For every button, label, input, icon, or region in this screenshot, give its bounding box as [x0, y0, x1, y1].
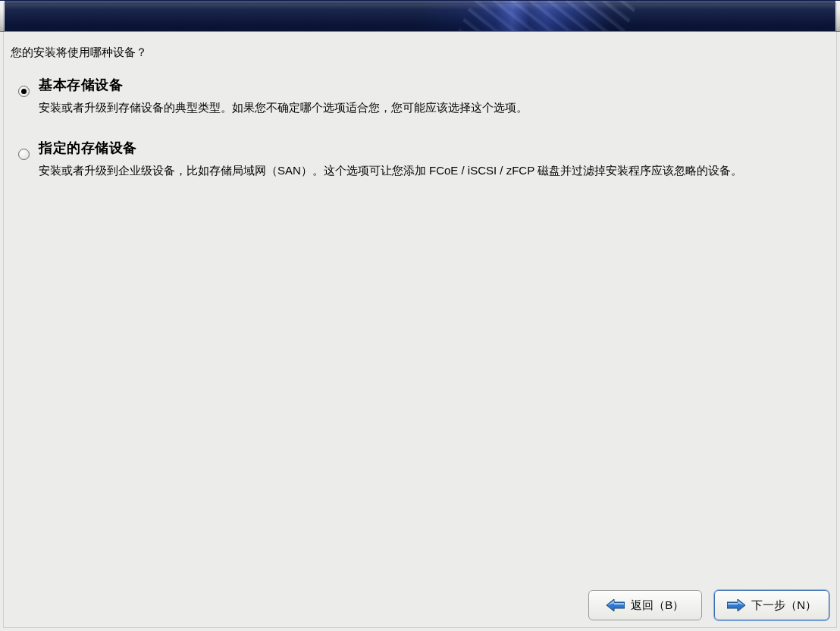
- arrow-right-icon: [727, 598, 745, 612]
- option-specialized-title: 指定的存储设备: [39, 140, 814, 157]
- option-specialized-body: 指定的存储设备 安装或者升级到企业级设备，比如存储局域网（SAN）。这个选项可让…: [39, 140, 814, 180]
- page-prompt: 您的安装将使用哪种设备？: [9, 46, 832, 60]
- radio-basic-storage[interactable]: [18, 86, 30, 97]
- option-specialized-storage[interactable]: 指定的存储设备 安装或者升级到企业级设备，比如存储局域网（SAN）。这个选项可让…: [9, 140, 832, 180]
- option-basic-storage[interactable]: 基本存储设备 安装或者升级到存储设备的典型类型。如果您不确定哪个选项适合您，您可…: [9, 77, 832, 117]
- option-basic-title: 基本存储设备: [39, 77, 814, 94]
- next-button[interactable]: 下一步（N）: [714, 590, 829, 620]
- footer-button-bar: 返回（B） 下一步（N）: [588, 590, 829, 620]
- header-banner: [0, 0, 840, 32]
- banner-gutter-right: [835, 1, 840, 32]
- page-body: 您的安装将使用哪种设备？ 基本存储设备 安装或者升级到存储设备的典型类型。如果您…: [0, 32, 840, 181]
- svg-marker-0: [606, 599, 625, 611]
- back-button[interactable]: 返回（B）: [588, 590, 702, 620]
- back-button-label: 返回（B）: [631, 598, 684, 613]
- next-button-label: 下一步（N）: [751, 598, 816, 613]
- option-specialized-desc: 安装或者升级到企业级设备，比如存储局域网（SAN）。这个选项可让您添加 FCoE…: [39, 162, 751, 181]
- svg-marker-2: [727, 599, 745, 611]
- arrow-left-icon: [606, 598, 625, 612]
- radio-specialized-storage[interactable]: [18, 149, 30, 160]
- banner-gutter-left: [0, 1, 5, 32]
- option-basic-body: 基本存储设备 安装或者升级到存储设备的典型类型。如果您不确定哪个选项适合您，您可…: [39, 77, 814, 117]
- option-basic-desc: 安装或者升级到存储设备的典型类型。如果您不确定哪个选项适合您，您可能应该选择这个…: [39, 99, 751, 118]
